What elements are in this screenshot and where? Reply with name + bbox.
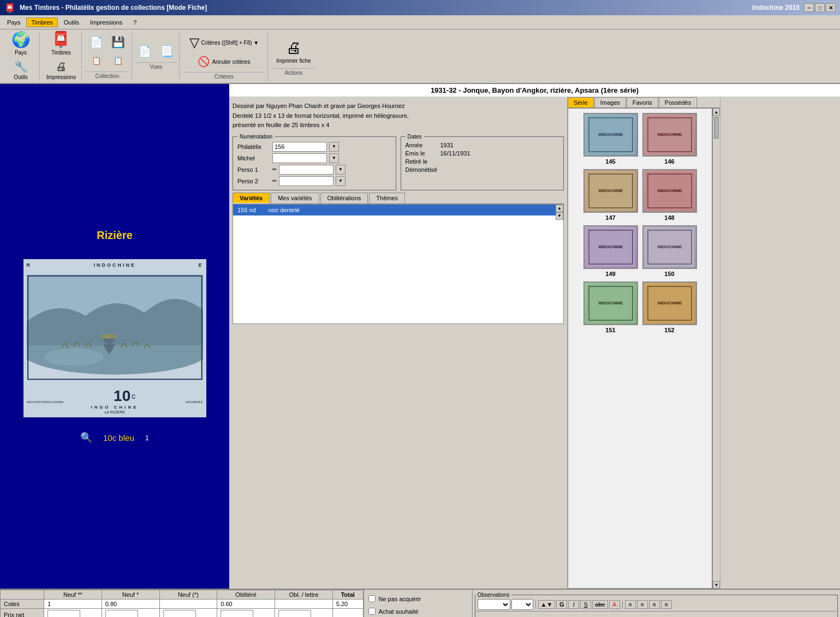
obs-align-right-btn[interactable]: ≡ [649,600,660,609]
tab-obliterations[interactable]: Oblitérations [320,193,368,203]
obs-font-select[interactable] [478,599,510,610]
philatelix-input[interactable] [272,142,327,152]
thumb-item-147[interactable]: INDOCHINE 147 [583,169,638,221]
obs-content[interactable] [475,612,838,617]
prixnet-neuf2[interactable] [44,609,102,618]
collection-btn-1[interactable]: 📄 [86,33,106,51]
menu-timbres[interactable]: Timbres [26,17,57,27]
scroll-down-btn[interactable]: ▼ [556,212,563,220]
obs-bold-btn[interactable]: G [556,600,567,609]
desc-line1: Dessiné par Nguyen Phan Chanh et gravé p… [233,101,564,111]
thumb-item-152[interactable]: INDOCHINE 152 [642,281,697,333]
vues-btn-1[interactable]: 📄 [135,43,155,60]
toolbar-btn-outils[interactable]: 🔧 Outils [4,59,37,82]
perso1-dropdown[interactable]: ▼ [336,165,345,175]
toolbar-group-vues: 📄 📃 Vues [133,32,180,81]
thumb-item-145[interactable]: INDOCHINE 145 [583,113,638,165]
thumb-item-146[interactable]: INDOCHINE 146 [642,113,697,165]
cancel-filter-icon: 🚫 [198,56,210,68]
perso2-dropdown[interactable]: ▼ [336,176,345,186]
thumb-item-150[interactable]: INDOCHINE 150 [642,225,697,277]
obs-italic-btn[interactable]: I [568,600,579,609]
toolbar-btn-timbres[interactable]: 📮 Timbres [45,30,78,58]
prixnet-neuf1[interactable] [102,609,159,618]
prixnet-oblitere[interactable] [217,609,275,618]
thumb-item-149[interactable]: INDOCHINE 149 [583,225,638,277]
menu-pays[interactable]: Pays [2,17,25,27]
maximize-button[interactable]: □ [815,3,825,12]
perf-dot [174,417,179,423]
variety-scrollbar[interactable]: ▲ ▼ [556,205,563,324]
perf-dot [18,294,23,299]
tab-mes-varietes[interactable]: Mes variétés [271,193,319,203]
imprimer-fiche-btn[interactable]: 🖨 Imprimer fiche [273,37,314,66]
stamp-image[interactable]: R INDOCHINE E [18,254,212,423]
thumbs-scrollbar[interactable]: ▲ ▼ [712,108,720,589]
thumbs-tab-favoris[interactable]: Favoris [627,97,658,107]
thumbs-tab-possedes[interactable]: Possédés [659,97,697,107]
zoom-icon[interactable]: 🔍 [80,432,92,444]
annuler-criteres-btn[interactable]: 🚫 Annuler critères [186,53,262,70]
prixnet-neuf0-input[interactable] [163,610,196,617]
thumb-item-148[interactable]: INDOCHINE 148 [642,169,697,221]
achat-souhaite-checkbox[interactable] [368,608,376,615]
perf-dot [107,254,112,259]
menu-outils[interactable]: Outils [59,17,84,27]
collection-btn-4[interactable]: 📋 [108,52,128,69]
menu-impressions[interactable]: Impressions [85,17,127,27]
michel-input[interactable] [272,153,327,163]
menu-help[interactable]: ? [128,17,141,27]
thumbs-tab-serie[interactable]: Série [568,97,594,107]
observations-legend: Observations [475,592,512,598]
close-button[interactable]: ✕ [826,3,836,12]
obs-strikethrough-btn[interactable]: abe [592,600,607,609]
thumb-item-151[interactable]: INDOCHINE 151 [583,281,638,333]
perso2-input[interactable] [279,176,333,186]
vues-btn-2[interactable]: 📃 [157,43,177,60]
obs-align-justify-btn[interactable]: ≡ [661,600,672,609]
perf-dot [41,417,46,423]
toolbar-btn-impressions[interactable]: 🖨 Impressions [43,59,79,82]
obs-size-select[interactable] [511,599,533,610]
desc-line3: présenté en feuille de 25 timbres x 4 [233,121,564,130]
obs-align-left-btn[interactable]: ≡ [625,600,636,609]
prixnet-neuf1-input[interactable] [105,610,138,617]
perso1-edit-icon[interactable]: ✏ [272,166,277,172]
variety-row[interactable]: 156 nd non dentelé [233,205,563,215]
philatelix-dropdown[interactable]: ▼ [329,142,339,152]
toolbar-btn-pays[interactable]: 🌍 Pays [4,30,37,58]
thumbs-scroll-area[interactable]: INDOCHINE 145 INDOCH [568,108,712,589]
thumbs-tab-images[interactable]: Images [594,97,626,107]
scroll-up-btn[interactable]: ▲ [556,205,563,212]
perf-dot [18,330,23,335]
perf-dot [50,254,56,259]
table-row-cotes: Cotes 1 0.80 0.60 5.20 [1,600,364,609]
obs-underline-btn[interactable]: S [580,600,591,609]
thumb-img-145: INDOCHINE [583,113,638,157]
prixnet-neuf0[interactable] [159,609,217,618]
perso2-edit-icon[interactable]: ✏ [272,178,277,184]
prixnet-obl-lettre-input[interactable] [278,610,311,617]
prixnet-obl-input[interactable] [221,610,253,617]
michel-dropdown[interactable]: ▼ [329,153,339,163]
collection-btn-2[interactable]: 💾 [108,33,128,51]
obs-toolbar: ▲▼ G I S abe A ≡ ≡ ≡ ≡ [475,598,838,612]
thumbs-scroll-up[interactable]: ▲ [713,108,720,116]
perf-dot [60,254,65,259]
perso1-input[interactable] [279,165,333,175]
ne-pas-acquerir-checkbox[interactable] [368,595,376,602]
stamp-value: 10 [114,388,130,404]
obs-color-btn[interactable]: A [609,600,620,609]
criteres-btn[interactable]: ▽ Critères ([Shift] + F8) ▼ [186,33,262,52]
tab-themes[interactable]: Thèmes [369,193,405,203]
obs-align-center-btn[interactable]: ≡ [637,600,648,609]
collection-btn-3[interactable]: 📋 [86,52,106,69]
prixnet-neuf2-input[interactable] [47,610,80,617]
actions-label: Actions [271,68,316,76]
tab-varietes[interactable]: Variétés [233,193,270,203]
obs-updown-btn[interactable]: ▲▼ [538,600,556,609]
thumbs-scroll-down[interactable]: ▼ [713,581,720,589]
minimize-button[interactable]: – [804,3,814,12]
prixnet-obl-lettre[interactable] [275,609,333,618]
perf-dot [18,413,23,418]
